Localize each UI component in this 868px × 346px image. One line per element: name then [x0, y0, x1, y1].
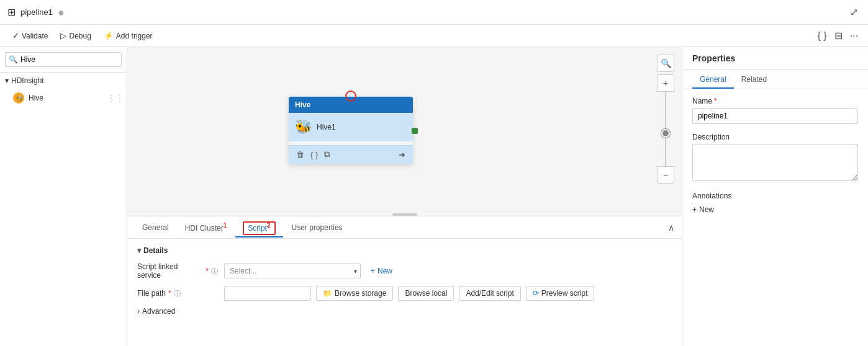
validate-icon: ✓ — [12, 31, 19, 40]
end-connector — [412, 128, 418, 134]
toolbar-left: ✓ Validate ▷ Debug ⚡ Add trigger — [7, 29, 158, 43]
panel-resize-handle[interactable] — [392, 213, 417, 216]
hive-node-name: Hive1 — [317, 123, 336, 131]
hive-node-body: 🐝 Hive1 — [289, 113, 413, 141]
validate-button[interactable]: ✓ Validate — [7, 29, 53, 43]
browse-local-btn[interactable]: Browse local — [398, 286, 454, 301]
bottom-content: ▾ Details Script linked service * ⓘ Sele… — [127, 239, 682, 346]
details-toggle[interactable]: ▾ — [137, 246, 141, 255]
annotations-row: + New — [692, 205, 858, 214]
node-code-btn[interactable]: { } — [309, 149, 319, 161]
description-textarea[interactable] — [692, 144, 858, 181]
plus-annotation-icon: + — [692, 205, 697, 214]
main-layout: 🔍 ▾ HDInsight 🐝 Hive ⋮⋮ Hive — [0, 47, 868, 346]
search-wrap: 🔍 — [5, 52, 122, 67]
top-bar: ⊞ pipeline1 ● ⤢ — [0, 0, 868, 25]
add-annotation-btn[interactable]: + New — [692, 205, 714, 214]
hive-node-actions: 🗑 { } ⧉ ➜ — [289, 145, 413, 164]
annotations-label: Annotations — [692, 192, 858, 200]
tab-user-properties[interactable]: User properties — [284, 218, 350, 237]
collapse-panel-btn[interactable]: ∧ — [668, 223, 674, 233]
script-linked-service-select-wrap: Select... ▾ — [224, 264, 361, 278]
drag-handle: ⋮⋮ — [107, 93, 124, 103]
script-linked-service-label: Script linked service * ⓘ — [137, 262, 218, 280]
unsaved-dot: ● — [58, 7, 65, 18]
description-field: Description — [692, 133, 858, 183]
file-path-info-icon[interactable]: ⓘ — [174, 289, 181, 298]
canvas[interactable]: Hive 🐝 Hive1 🗑 { } ⧉ ➜ 🔍 + — [127, 47, 682, 216]
script-linked-service-select[interactable]: Select... — [224, 264, 361, 278]
properties-content: Name * Description Annotations + Ne — [682, 89, 868, 346]
script-linked-service-row: Script linked service * ⓘ Select... ▾ + … — [137, 262, 672, 280]
annotations-field: Annotations + New — [692, 192, 858, 214]
tab-general[interactable]: General — [135, 218, 176, 237]
bottom-panel: General HDI Cluster1 Script2 User proper… — [127, 216, 682, 346]
props-tab-general[interactable]: General — [692, 70, 734, 89]
canvas-zoom-out-btn[interactable]: − — [657, 166, 674, 184]
add-edit-script-btn[interactable]: Add/Edit script — [459, 286, 520, 301]
svg-text:🐝: 🐝 — [16, 94, 24, 102]
browse-storage-btn[interactable]: 📁 Browse storage — [316, 286, 393, 301]
bottom-tabs: General HDI Cluster1 Script2 User proper… — [127, 216, 682, 239]
preview-script-btn[interactable]: ⟳ Preview script — [526, 286, 595, 301]
tab-hdi-cluster[interactable]: HDI Cluster1 — [178, 217, 235, 237]
bottom-tabs-left: General HDI Cluster1 Script2 User proper… — [135, 217, 350, 237]
search-input[interactable] — [5, 52, 122, 67]
file-path-row: File path * ⓘ 📁 Browse storage Browse lo… — [137, 286, 672, 301]
top-bar-right: ⤢ — [848, 4, 861, 20]
preview-icon: ⟳ — [533, 289, 539, 298]
toolbar-right: { } ⊟ ··· — [815, 27, 861, 44]
app-icon: ⊞ — [7, 6, 16, 18]
script-linked-service-info-icon[interactable]: ⓘ — [211, 267, 218, 276]
add-trigger-button[interactable]: ⚡ Add trigger — [99, 29, 158, 43]
expand-icon[interactable]: ⤢ — [848, 4, 861, 20]
tab-script[interactable]: Script2 — [235, 217, 283, 237]
new-linked-service-btn[interactable]: + New — [367, 264, 396, 278]
node-copy-btn[interactable]: ⧉ — [323, 148, 331, 161]
canvas-zoom-in-btn[interactable]: + — [657, 74, 674, 92]
sidebar-item-hive[interactable]: 🐝 Hive ⋮⋮ — [0, 89, 127, 107]
properties-panel: Properties General Related Name * Descri… — [682, 47, 868, 346]
name-label: Name * — [692, 97, 858, 105]
sidebar-category-hdinsight[interactable]: ▾ HDInsight — [0, 73, 127, 89]
properties-tabs: General Related — [682, 70, 868, 89]
chevron-down-icon: ▾ — [5, 76, 9, 85]
chevron-right-icon: › — [137, 307, 140, 316]
pipeline-title: pipeline1 — [20, 7, 53, 17]
hive-activity-icon: 🐝 — [12, 92, 25, 104]
node-arrow-btn[interactable]: ➜ — [397, 149, 407, 161]
properties-title: Properties — [682, 47, 868, 70]
toolbar: ✓ Validate ▷ Debug ⚡ Add trigger { } ⊟ ·… — [0, 25, 868, 47]
canvas-search-btn[interactable]: 🔍 — [657, 55, 674, 72]
description-label: Description — [692, 133, 858, 141]
debug-button[interactable]: ▷ Debug — [55, 29, 96, 43]
name-input[interactable] — [692, 108, 858, 124]
details-section-header: ▾ Details — [137, 246, 672, 255]
file-path-controls: 📁 Browse storage Browse local Add/Edit s… — [224, 286, 594, 301]
code-icon-btn[interactable]: { } — [815, 28, 830, 44]
advanced-row[interactable]: › Advanced — [137, 307, 672, 316]
trigger-icon: ⚡ — [104, 31, 114, 40]
props-tab-related[interactable]: Related — [734, 70, 774, 89]
folder-icon: 📁 — [323, 289, 332, 298]
file-path-input[interactable] — [224, 286, 311, 301]
hive-node-header: Hive — [289, 97, 413, 113]
plus-icon: + — [371, 267, 375, 275]
sidebar: 🔍 ▾ HDInsight 🐝 Hive ⋮⋮ — [0, 47, 127, 346]
debug-icon: ▷ — [60, 31, 66, 40]
canvas-controls: 🔍 + − — [657, 55, 674, 184]
center-area: Hive 🐝 Hive1 🗑 { } ⧉ ➜ 🔍 + — [127, 47, 682, 346]
table-icon-btn[interactable]: ⊟ — [832, 27, 845, 44]
name-field: Name * — [692, 97, 858, 124]
top-bar-left: ⊞ pipeline1 ● — [7, 6, 65, 18]
node-delete-btn[interactable]: 🗑 — [295, 149, 305, 161]
more-options-btn[interactable]: ··· — [848, 28, 861, 44]
canvas-zoom-slider[interactable] — [665, 92, 666, 166]
sidebar-search-area: 🔍 — [0, 47, 127, 73]
file-path-label: File path * ⓘ — [137, 289, 218, 298]
hive-node-bee-icon: 🐝 — [295, 119, 312, 135]
hive-node[interactable]: Hive 🐝 Hive1 🗑 { } ⧉ ➜ — [289, 97, 413, 164]
zoom-thumb — [661, 129, 670, 138]
